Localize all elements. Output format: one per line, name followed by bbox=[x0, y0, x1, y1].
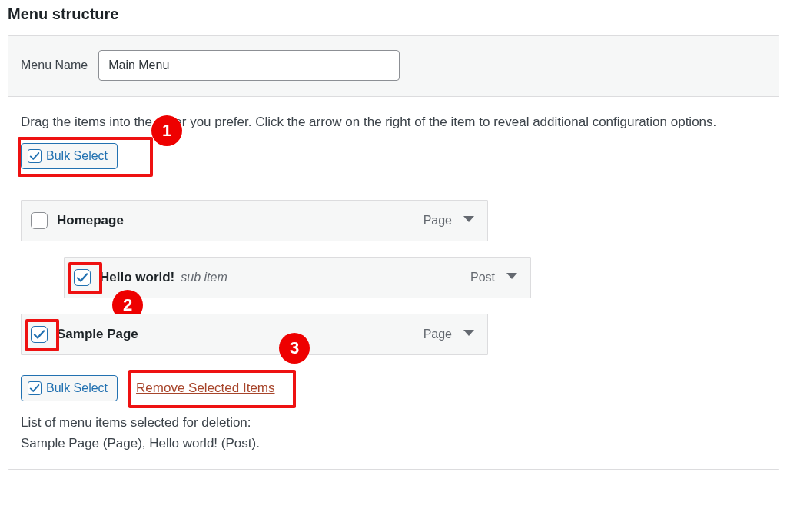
menu-item-checkbox[interactable] bbox=[31, 326, 48, 343]
chevron-down-icon[interactable] bbox=[463, 328, 475, 341]
bulk-select-label: Bulk Select bbox=[46, 381, 108, 395]
bulk-select-label: Bulk Select bbox=[46, 149, 108, 163]
menu-name-label: Menu Name bbox=[21, 58, 88, 72]
menu-item-type: Page bbox=[423, 214, 452, 228]
bulk-select-button-top[interactable]: Bulk Select bbox=[21, 143, 118, 169]
panel-body: Drag the items into the order you prefer… bbox=[8, 97, 779, 469]
instructions-text: Drag the items into the order you prefer… bbox=[21, 112, 766, 132]
chevron-down-icon[interactable] bbox=[463, 214, 475, 227]
menu-item-title: Hello world! bbox=[100, 270, 174, 285]
chevron-down-icon[interactable] bbox=[506, 271, 518, 284]
bulk-select-button-bottom[interactable]: Bulk Select bbox=[21, 375, 118, 401]
menu-item-checkbox[interactable] bbox=[31, 212, 48, 229]
panel-header: Menu Name bbox=[8, 36, 779, 97]
remove-selected-link[interactable]: Remove Selected Items bbox=[136, 381, 274, 395]
menu-item-title: Sample Page bbox=[57, 327, 138, 342]
deletion-heading: List of menu items selected for deletion… bbox=[21, 412, 766, 433]
check-icon bbox=[28, 381, 42, 395]
menu-item-sample-page[interactable]: Sample Page Page bbox=[21, 314, 488, 355]
menu-items-list: Homepage Page Hello world! sub item bbox=[21, 200, 766, 355]
menu-item-homepage[interactable]: Homepage Page bbox=[21, 200, 488, 241]
menu-structure-panel: Menu Name Drag the items into the order … bbox=[8, 35, 779, 470]
menu-item-sub-label: sub item bbox=[181, 271, 227, 284]
check-icon bbox=[28, 149, 42, 163]
deletion-list: List of menu items selected for deletion… bbox=[21, 412, 766, 454]
menu-item-title: Homepage bbox=[57, 213, 124, 228]
menu-item-hello-world[interactable]: Hello world! sub item Post 2 bbox=[64, 257, 531, 298]
menu-name-input[interactable] bbox=[98, 50, 400, 81]
deletion-items: Sample Page (Page), Hello world! (Post). bbox=[21, 433, 766, 454]
menu-item-checkbox[interactable] bbox=[74, 269, 91, 286]
menu-item-type: Page bbox=[423, 328, 452, 341]
menu-item-type: Post bbox=[470, 271, 495, 284]
section-heading: Menu structure bbox=[0, 0, 787, 35]
